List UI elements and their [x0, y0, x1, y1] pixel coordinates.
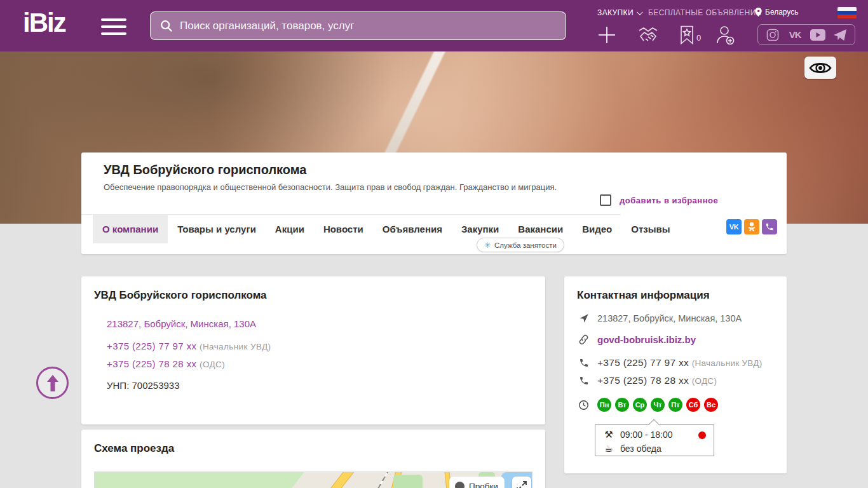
search-icon [159, 19, 173, 33]
clock-icon [578, 400, 589, 410]
handshake-icon [638, 27, 658, 43]
address-link[interactable]: 213827, Бобруйск, Минская, 130А [107, 318, 256, 329]
tab-Товары и услуги[interactable]: Товары и услуги [168, 215, 266, 243]
tooltip-label: Служба занятости [494, 241, 557, 249]
lunch-label: без обеда [620, 444, 661, 454]
expand-icon [517, 481, 527, 488]
eye-icon [809, 60, 832, 76]
plus-icon [597, 25, 616, 44]
contact-phone-1[interactable]: +375 (225) 77 97 xx (Начальник УВД) [597, 357, 763, 369]
tab-О компании[interactable]: О компании [93, 215, 168, 243]
traffic-label: Пробки [469, 482, 498, 488]
phone-note-2: (ОДС) [200, 360, 225, 369]
odnoklassniki-social-button[interactable] [744, 219, 759, 234]
vk-social-button[interactable]: VK [726, 219, 742, 234]
traffic-icon [455, 482, 465, 488]
youtube-icon[interactable] [810, 27, 826, 43]
user-add-icon [715, 25, 735, 45]
day-Сб: Сб [686, 398, 700, 412]
purchases-menu[interactable]: ЗАКУПКИ [597, 8, 641, 17]
coffee-icon: ☕ [603, 443, 614, 454]
chevron-down-icon [637, 9, 643, 15]
day-Вс: Вс [704, 398, 718, 412]
info-card-title: УВД Бобруйского горисполкома [94, 289, 267, 302]
working-hours: 09:00 - 18:00 [620, 430, 673, 440]
work-days: ПнВтСрЧтПтСбВс [597, 398, 722, 412]
page-title: УВД Бобруйского горисполкома [104, 163, 306, 177]
status-dot [698, 431, 706, 439]
arrow-up-icon [44, 374, 61, 392]
contact-phone-row-1: +375 (225) 77 97 xx (Начальник УВД) [578, 357, 763, 369]
free-ads-link[interactable]: БЕСПЛАТНЫЕ ОБЪЯВЛЕНИЯ [648, 8, 762, 17]
website-link[interactable]: govd-bobruisk.ibiz.by [597, 334, 696, 345]
day-Вт: Вт [615, 398, 629, 412]
phone-icon [578, 358, 589, 368]
navigation-arrow-icon [578, 313, 589, 323]
employment-service-tooltip: ✳ Служба занятости [477, 238, 564, 252]
header-social-links: VK [757, 24, 855, 45]
location-pin-icon [755, 8, 762, 17]
instagram-icon[interactable] [764, 27, 781, 43]
lunch-row: ☕ без обеда [603, 443, 661, 454]
back-to-top-button[interactable] [36, 367, 69, 399]
tab-Акции[interactable]: Акции [266, 215, 314, 243]
login-register-button[interactable] [714, 24, 736, 46]
contact-info-card: Контактная информация 213827, Бобруйск, … [564, 276, 787, 473]
map-expand-button[interactable] [512, 477, 531, 488]
contact-phone-row-2: +375 (225) 78 28 xx (ОДС) [578, 375, 717, 386]
viber-social-button[interactable] [762, 219, 777, 234]
search-input[interactable] [180, 12, 566, 39]
company-description: Обеспечение правопорядка и общественной … [104, 182, 557, 192]
working-days-row: ПнВтСрЧтПтСбВс [578, 398, 722, 412]
tab-Новости[interactable]: Новости [314, 215, 373, 243]
add-to-favorites[interactable]: добавить в избранное [600, 194, 718, 206]
popover-caret [649, 419, 660, 430]
header: iBiz ЗАКУПКИ БЕСПЛАТНЫЕ ОБЪЯВЛЕНИЯ Белар… [0, 0, 868, 51]
link-icon [578, 334, 589, 345]
sparkle-icon: ✳ [484, 241, 491, 250]
contact-website-row: govd-bobruisk.ibiz.by [578, 334, 696, 345]
phone-link-1[interactable]: +375 (225) 77 97 xx (Начальник УВД) [107, 341, 271, 351]
partners-button[interactable] [637, 24, 659, 46]
tab-Отзывы[interactable]: Отзывы [621, 215, 679, 243]
map-card-title: Схема проезда [94, 442, 174, 455]
favorite-label: добавить в избранное [620, 196, 718, 205]
day-Ср: Ср [633, 398, 647, 412]
language-flag-russian[interactable] [837, 7, 857, 18]
search-bar [150, 11, 566, 40]
phone-link-2[interactable]: +375 (225) 78 28 xx (ОДС) [107, 358, 225, 369]
day-Пт: Пт [668, 398, 682, 412]
hamburger-menu-icon[interactable] [101, 18, 126, 35]
unp-number: УНП: 700253933 [107, 380, 180, 391]
contact-address: 213827, Бобруйск, Минская, 130А [597, 313, 742, 323]
company-social-links: VK [726, 219, 777, 234]
add-company-button[interactable] [596, 24, 618, 46]
company-header-card: УВД Бобруйского горисполкома Обеспечение… [81, 152, 787, 254]
vk-icon[interactable]: VK [787, 27, 803, 43]
contact-address-row: 213827, Бобруйск, Минская, 130А [578, 313, 742, 323]
tab-Видео[interactable]: Видео [573, 215, 621, 243]
telegram-icon[interactable] [832, 27, 848, 43]
contact-phone-2[interactable]: +375 (225) 78 28 xx (ОДС) [597, 375, 717, 386]
region-label: Беларусь [765, 8, 798, 17]
traffic-toggle-button[interactable]: Пробки [449, 477, 505, 488]
day-Пн: Пн [597, 398, 611, 412]
work-tools-icon: ⚒ [603, 429, 614, 440]
contact-card-title: Контактная информация [577, 289, 710, 302]
ibiz-logo[interactable]: iBiz [23, 8, 65, 38]
company-info-card: УВД Бобруйского горисполкома 213827, Боб… [81, 276, 545, 424]
region-selector[interactable]: Беларусь [755, 8, 798, 17]
map-card: Схема проезда Пробки [81, 430, 545, 488]
day-Чт: Чт [651, 398, 665, 412]
working-hours-popover: ⚒ 09:00 - 18:00 ☕ без обеда [595, 424, 714, 456]
favorite-checkbox[interactable] [600, 194, 611, 206]
phone-note-1: (Начальник УВД) [200, 342, 271, 351]
bookmarks-count: 0 [696, 33, 701, 43]
phone-icon [578, 376, 589, 386]
working-hours-row: ⚒ 09:00 - 18:00 [603, 429, 673, 440]
bookmarks-button[interactable] [676, 24, 698, 46]
tab-Объявления[interactable]: Объявления [373, 215, 452, 243]
accessibility-eye-button[interactable] [804, 57, 836, 79]
bookmark-star-icon [679, 25, 695, 44]
